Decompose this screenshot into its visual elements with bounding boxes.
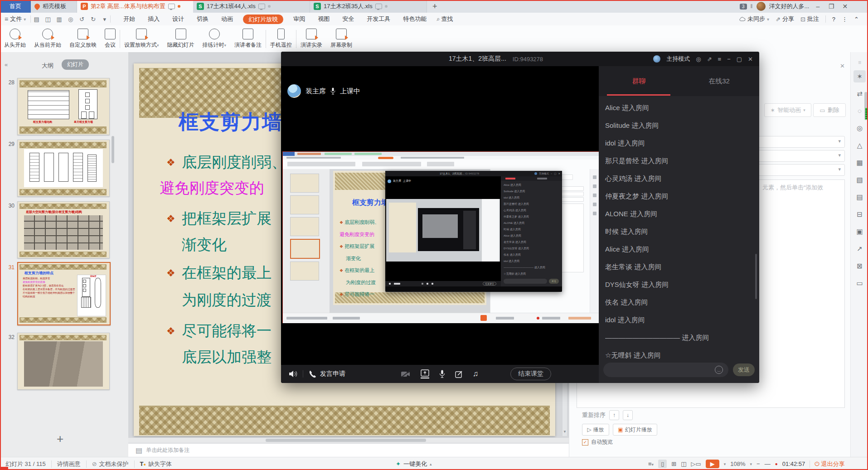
- new-tab-button[interactable]: +: [427, 2, 443, 11]
- layout-icon[interactable]: ▧: [853, 174, 866, 186]
- box-icon[interactable]: ⊠: [853, 260, 866, 272]
- exit-share-button[interactable]: ⏻ 退出分享: [815, 460, 844, 468]
- file-menu[interactable]: ≡ 文件 ▾: [0, 15, 30, 23]
- end-class-button[interactable]: 结束课堂: [510, 368, 551, 380]
- share-button[interactable]: ⇗ 分享: [776, 15, 794, 23]
- comment-button[interactable]: ⊡ 批注: [800, 15, 819, 23]
- menu-animation[interactable]: 动画: [220, 15, 234, 23]
- zoom-level[interactable]: 108%: [730, 460, 745, 467]
- menu-design[interactable]: 设计: [171, 15, 185, 23]
- slide-thumbnail-30[interactable]: 底部大空间剪力墙(部分框支剪力墙)结构: [17, 201, 110, 258]
- settings-icon[interactable]: ◎: [696, 56, 701, 63]
- rehearse-timing-button[interactable]: 排练计时▾: [199, 26, 231, 52]
- properties-icon[interactable]: ⊟: [853, 208, 866, 220]
- slide-thumbnail-28[interactable]: 框支剪力墙结构 单片框支剪力墙: [17, 78, 110, 135]
- slide-thumbnail-31-selected[interactable]: 框支剪力墙的特点 底层刚度削弱，刚度突变 避免刚度突变的措施 把框架层扩展为2-…: [17, 262, 111, 325]
- message-badge[interactable]: 3: [740, 4, 747, 10]
- meeting-minimize-button[interactable]: −: [727, 56, 731, 63]
- menu-security[interactable]: 安全: [341, 15, 355, 23]
- transition-icon[interactable]: ⇄: [853, 87, 866, 100]
- hide-slide-button[interactable]: 隐藏幻灯片: [163, 26, 199, 52]
- play-device-button[interactable]: ▷▭: [691, 460, 701, 467]
- move-down-button[interactable]: ↓: [623, 410, 633, 420]
- tab-outline[interactable]: 大纲: [42, 62, 53, 70]
- add-slide-button[interactable]: +: [57, 432, 63, 446]
- more-icon[interactable]: ▾: [99, 16, 110, 23]
- slide-thumbnail-32[interactable]: [17, 333, 110, 390]
- slide-horizontal-scrollbar[interactable]: [128, 438, 569, 443]
- menu-transition[interactable]: 切换: [196, 15, 209, 23]
- phone-icon[interactable]: [309, 370, 316, 378]
- notes-bar[interactable]: ▤ 单击此处添加备注: [128, 443, 569, 457]
- sync-status[interactable]: 未同步 ▾: [739, 15, 769, 23]
- save-icon[interactable]: ▤: [31, 16, 42, 23]
- mic-icon[interactable]: [439, 370, 445, 378]
- popout-icon[interactable]: ⇗: [707, 56, 712, 63]
- menu-find[interactable]: ⌕ 查找: [436, 15, 453, 23]
- delete-animation-button[interactable]: ▭ 删除: [813, 103, 846, 117]
- play-from-current-button[interactable]: 从当前开始: [30, 26, 65, 52]
- tab-presentation[interactable]: P 第2章 高层...体系与结构布置: [77, 0, 193, 13]
- tab-spreadsheet-1[interactable]: S 17土木1班44人.xls: [193, 0, 310, 13]
- collapse-panel-button[interactable]: «: [5, 61, 8, 68]
- zoom-out-button[interactable]: −: [756, 460, 760, 467]
- tab-home[interactable]: 首页: [0, 0, 31, 13]
- meeting-maximize-button[interactable]: ▢: [737, 56, 742, 63]
- print-icon[interactable]: ▥: [53, 16, 65, 23]
- close-button[interactable]: ✕: [840, 3, 850, 10]
- picture-icon[interactable]: ▭: [853, 277, 866, 289]
- annotate-icon[interactable]: [455, 370, 463, 378]
- menu-icon[interactable]: ≡: [718, 56, 722, 63]
- theme-name[interactable]: 诗情画意: [57, 460, 81, 468]
- play-from-start-button[interactable]: 从头开始: [0, 26, 30, 52]
- send-button[interactable]: 发送: [733, 363, 755, 376]
- one-click-beautify-button[interactable]: ✦ 一键美化 ▴: [396, 460, 432, 468]
- drag-handle-icon[interactable]: ≡: [851, 59, 868, 66]
- menu-devtools[interactable]: 开发工具: [366, 15, 391, 23]
- help-button[interactable]: ?: [832, 16, 835, 23]
- slideshow-play-button[interactable]: ▣幻灯片播放: [613, 424, 657, 436]
- menu-slideshow-active[interactable]: 幻灯片放映: [243, 15, 283, 24]
- chevron-down-icon[interactable]: ▾: [724, 462, 726, 466]
- speaker-icon[interactable]: [288, 370, 297, 378]
- reading-view-button[interactable]: ◫: [681, 460, 686, 467]
- protection-status[interactable]: ⊘ 文档未保护: [92, 460, 129, 468]
- minimize-button[interactable]: –: [813, 3, 823, 10]
- speech-request-button[interactable]: 发言申请: [320, 370, 345, 378]
- tab-spreadsheet-2[interactable]: S 17土木2班35人.xls: [310, 0, 427, 13]
- normal-view-button[interactable]: ▯: [658, 460, 667, 468]
- close-pane-button[interactable]: ✕: [840, 63, 845, 69]
- menu-review[interactable]: 审阅: [292, 15, 306, 23]
- music-icon[interactable]: ♫: [473, 369, 479, 378]
- conference-button[interactable]: 会议: [101, 26, 120, 52]
- missing-font-status[interactable]: T● 缺失字体: [140, 460, 172, 468]
- tab-group-chat[interactable]: 群聊: [599, 77, 679, 86]
- screen-share-button[interactable]: [421, 369, 429, 378]
- zoom-slider[interactable]: —: [765, 460, 771, 467]
- image-icon[interactable]: ▣: [853, 225, 866, 237]
- shape-icon[interactable]: ◌: [853, 105, 866, 117]
- slide-sorter-button[interactable]: ⊞: [671, 460, 676, 467]
- chat-scrollbar[interactable]: [755, 254, 757, 299]
- presenter-avatar[interactable]: [287, 84, 301, 98]
- redo-icon[interactable]: ↻: [87, 16, 99, 23]
- chevron-down-icon[interactable]: ▾: [750, 462, 752, 466]
- meeting-titlebar[interactable]: 17土木1、2班高层... ID:9493278 主持模式 ◎ ⇗ ≡ − ▢ …: [281, 52, 759, 66]
- material-icon[interactable]: △: [853, 139, 866, 151]
- slideshow-play-button-status[interactable]: ▶: [706, 460, 719, 468]
- tab-slides-selected[interactable]: 幻灯片: [62, 59, 89, 70]
- undo-icon[interactable]: ↺: [76, 16, 87, 23]
- smart-animation-button[interactable]: ✶ 智能动画 ▾: [764, 103, 811, 117]
- notes-toggle-button[interactable]: ≡▾: [648, 460, 654, 467]
- meeting-window[interactable]: 17土木1、2班高层... ID:9493278 主持模式 ◎ ⇗ ≡ − ▢ …: [281, 52, 759, 383]
- collapse-ribbon-button[interactable]: ⌃: [854, 16, 859, 23]
- menu-insert[interactable]: 插入: [147, 15, 160, 23]
- thumbnail-scrollbar[interactable]: [112, 136, 114, 163]
- output-icon[interactable]: ◫: [42, 16, 53, 23]
- restore-button[interactable]: ❐: [826, 3, 836, 10]
- slide-thumbnail-29[interactable]: [17, 140, 110, 197]
- screen-record-button[interactable]: 屏幕录制: [326, 26, 356, 52]
- chat-input[interactable]: ‿: [603, 363, 728, 377]
- tab-docer[interactable]: 稻壳模板: [31, 0, 77, 13]
- setup-show-button[interactable]: 设置放映方式▾: [120, 26, 163, 52]
